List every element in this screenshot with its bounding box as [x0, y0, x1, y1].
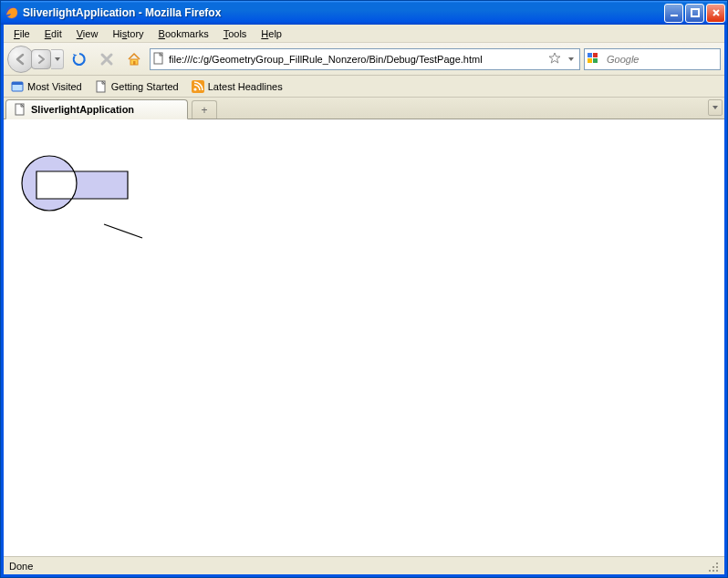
titlebar[interactable]: SliverlightApplication - Mozilla Firefox — [1, 1, 727, 25]
tab-active[interactable]: SliverlightApplication — [5, 99, 188, 119]
bookmark-label: Latest Headlines — [208, 81, 283, 92]
most-visited-icon — [11, 80, 24, 93]
menu-view-label: iew — [83, 28, 99, 39]
window-buttons — [664, 4, 725, 23]
nav-history-dropdown[interactable] — [51, 49, 64, 69]
search-engine-icon[interactable] — [587, 52, 599, 67]
menu-file[interactable]: FFileile — [7, 26, 36, 41]
maximize-button[interactable] — [685, 4, 704, 23]
svg-rect-8 — [593, 53, 598, 57]
svg-rect-10 — [593, 58, 598, 63]
forward-button[interactable] — [31, 49, 51, 69]
page-icon — [152, 52, 165, 67]
resize-grip[interactable] — [706, 560, 719, 573]
rss-icon — [192, 80, 204, 93]
svg-rect-2 — [692, 9, 699, 16]
bookmark-getting-started[interactable]: Getting Started — [91, 78, 182, 95]
window-title: SliverlightApplication - Mozilla Firefox — [23, 6, 664, 19]
search-bar[interactable] — [584, 48, 721, 70]
menu-bookmarks[interactable]: Bookmarks — [152, 26, 215, 41]
page-icon — [14, 103, 26, 116]
page-icon — [95, 80, 108, 93]
close-button[interactable] — [706, 4, 725, 23]
page-content — [4, 119, 724, 556]
menu-tools-label: ools — [228, 28, 246, 39]
bookmark-label: Getting Started — [111, 81, 179, 92]
nav-cluster — [7, 46, 64, 73]
window-inner: FFileile Edit View History Bookmarks Too… — [1, 25, 727, 577]
menu-help[interactable]: Help — [255, 26, 288, 41]
navigation-toolbar — [4, 43, 724, 76]
status-bar: Done — [4, 556, 724, 574]
bookmark-star-icon[interactable] — [548, 52, 561, 67]
minimize-button[interactable] — [664, 4, 683, 23]
firefox-icon — [5, 5, 19, 20]
bookmark-latest-headlines[interactable]: Latest Headlines — [188, 78, 286, 95]
url-bar[interactable] — [150, 48, 580, 70]
menu-history[interactable]: History — [106, 26, 150, 41]
bookmark-most-visited[interactable]: Most Visited — [7, 78, 86, 95]
menubar: FFileile Edit View History Bookmarks Too… — [4, 25, 724, 43]
tab-title: SliverlightApplication — [31, 104, 134, 115]
bookmarks-toolbar: Most Visited Getting Started Latest Head… — [4, 76, 724, 98]
bookmark-label: Most Visited — [27, 81, 82, 92]
svg-rect-1 — [671, 15, 678, 16]
menu-history-label: tory — [127, 28, 143, 39]
menu-file-label: ile — [20, 28, 30, 39]
menu-edit-label: dit — [51, 28, 62, 39]
svg-line-21 — [104, 224, 142, 238]
status-text: Done — [9, 561, 33, 572]
svg-point-18 — [193, 88, 196, 90]
home-button[interactable] — [122, 47, 146, 71]
stop-button[interactable] — [95, 47, 119, 71]
svg-rect-14 — [12, 82, 23, 85]
search-input[interactable] — [607, 54, 728, 65]
reload-button[interactable] — [68, 47, 91, 71]
url-dropdown[interactable] — [565, 56, 577, 63]
silverlight-canvas — [4, 119, 724, 556]
menu-bookmarks-label: ookmarks — [165, 28, 209, 39]
menu-edit[interactable]: Edit — [38, 26, 68, 41]
plus-icon: + — [201, 104, 207, 117]
url-input[interactable] — [169, 54, 545, 65]
menu-tools[interactable]: Tools — [217, 26, 254, 41]
svg-rect-9 — [588, 58, 592, 63]
tab-strip: SliverlightApplication + — [4, 98, 724, 119]
svg-rect-7 — [588, 53, 592, 57]
svg-rect-4 — [133, 61, 136, 65]
tab-overflow-button[interactable] — [708, 99, 723, 116]
firefox-window: SliverlightApplication - Mozilla Firefox… — [0, 0, 728, 578]
new-tab-button[interactable]: + — [192, 100, 217, 119]
menu-help-label: elp — [268, 28, 282, 39]
menu-view[interactable]: View — [70, 26, 105, 41]
